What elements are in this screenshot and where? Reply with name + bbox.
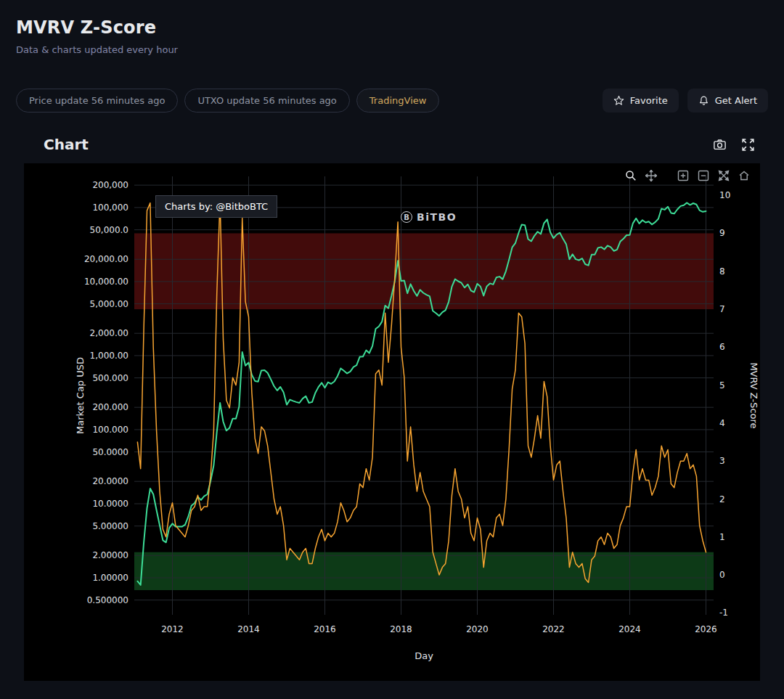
- left-tick-label: 100.000: [92, 425, 128, 435]
- chart-card: Chart: [0, 136, 784, 681]
- left-tick-label: 20.0000: [92, 476, 128, 486]
- price-update-badge: Price update 56 minutes ago: [16, 89, 178, 113]
- get-alert-button[interactable]: Get Alert: [687, 89, 768, 113]
- chart-header-tools: [711, 136, 756, 153]
- favorite-label: Favorite: [630, 95, 668, 106]
- left-tick-label: 50.0000: [92, 447, 128, 457]
- right-tick-label: 2: [719, 494, 725, 504]
- left-tick-label: 500.000: [92, 373, 128, 383]
- screenshot-button[interactable]: [711, 136, 728, 153]
- x-tick-label: 2022: [542, 624, 565, 634]
- chart-card-header: Chart: [44, 136, 740, 153]
- right-tick-label: 3: [719, 456, 725, 466]
- right-tick-label: 8: [719, 266, 725, 277]
- tradingview-badge[interactable]: TradingView: [356, 89, 440, 113]
- camera-icon: [713, 138, 727, 152]
- header-actions: Favorite Get Alert: [603, 89, 768, 113]
- left-axis-title: Market Cap USD: [75, 357, 86, 434]
- right-tick-label: 0: [719, 570, 725, 580]
- chart-modebar: [624, 168, 751, 183]
- left-tick-label: 1.00000: [92, 573, 128, 583]
- right-axis-title: MVRV Z-Score: [748, 362, 759, 428]
- x-tick-label: 2026: [695, 624, 717, 634]
- page-title: MVRV Z-Score: [16, 17, 768, 38]
- left-tick-label: 200.000: [92, 402, 128, 412]
- left-tick-label: 10,000.00: [84, 277, 128, 287]
- right-tick-label: 10: [719, 190, 730, 200]
- left-tick-label: 10.0000: [92, 499, 128, 509]
- fullscreen-button[interactable]: [740, 136, 756, 153]
- right-tick-label: 9: [719, 228, 725, 238]
- left-tick-label: 50,000.0: [90, 225, 128, 235]
- x-tick-label: 2016: [314, 624, 336, 634]
- x-tick-label: 2020: [466, 624, 489, 634]
- left-tick-label: 200,000: [92, 180, 128, 190]
- undervalued-zone: [134, 552, 714, 590]
- mvrv-chart[interactable]: 20122014201620182020202220242026200,0001…: [24, 163, 760, 681]
- left-tick-label: 2,000.00: [90, 328, 128, 338]
- charts-by-watermark: Charts by: @BitboBTC: [155, 195, 277, 218]
- autoscale-icon[interactable]: [716, 168, 731, 183]
- favorite-button[interactable]: Favorite: [603, 89, 679, 113]
- right-tick-label: 7: [719, 304, 725, 314]
- bitbo-logo-text: BiTBO: [417, 211, 457, 223]
- reset-axes-icon[interactable]: [737, 168, 751, 183]
- update-badges: Price update 56 minutes ago UTXO update …: [16, 89, 439, 113]
- zoom-out-icon[interactable]: [696, 168, 711, 183]
- chart-panel: Charts by: @BitboBTC B BiTBO 20122014201…: [24, 163, 760, 681]
- right-tick-label: 4: [719, 418, 725, 428]
- left-tick-label: 5.00000: [92, 521, 128, 531]
- left-tick-label: 100,000: [92, 203, 128, 213]
- pan-icon[interactable]: [644, 168, 658, 183]
- left-tick-label: 0.500000: [87, 595, 128, 605]
- right-tick-label: -1: [719, 608, 728, 618]
- right-tick-label: 5: [719, 380, 725, 391]
- bell-icon: [698, 95, 709, 106]
- right-tick-label: 6: [719, 342, 725, 352]
- zoom-icon[interactable]: [624, 168, 638, 183]
- page-subtitle: Data & charts updated every hour: [16, 44, 768, 55]
- right-tick-label: 1: [719, 532, 725, 542]
- star-icon: [613, 95, 624, 106]
- expand-icon: [741, 138, 755, 152]
- x-tick-label: 2012: [161, 624, 184, 634]
- left-tick-label: 20,000.00: [84, 254, 128, 264]
- x-tick-label: 2014: [237, 624, 260, 634]
- chart-section-title: Chart: [44, 136, 89, 153]
- get-alert-label: Get Alert: [715, 95, 757, 106]
- page-header: MVRV Z-Score Data & charts updated every…: [0, 0, 784, 55]
- x-tick-label: 2024: [618, 624, 641, 634]
- utxo-update-badge: UTXO update 56 minutes ago: [184, 89, 349, 113]
- left-tick-label: 2.00000: [92, 550, 128, 560]
- status-bar: Price update 56 minutes ago UTXO update …: [16, 89, 768, 113]
- x-axis-title: Day: [415, 650, 433, 661]
- bitcoin-coin-icon: B: [401, 211, 412, 223]
- left-tick-label: 5,000.00: [90, 299, 128, 309]
- bitbo-logo: B BiTBO: [401, 211, 457, 223]
- left-tick-label: 1,000.00: [90, 351, 128, 361]
- x-tick-label: 2018: [390, 624, 412, 634]
- zoom-in-icon[interactable]: [676, 168, 690, 183]
